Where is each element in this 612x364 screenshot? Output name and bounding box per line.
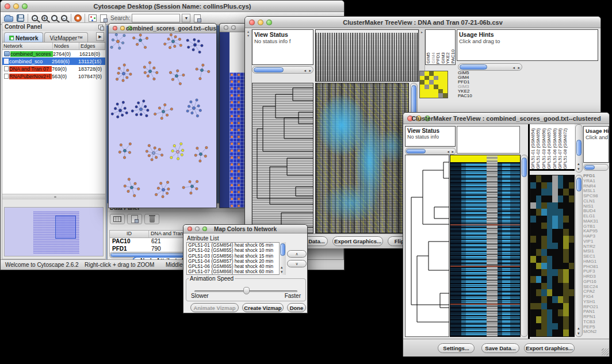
column-dendrogram-area[interactable] xyxy=(457,126,520,154)
scrollbar-thumb[interactable] xyxy=(576,178,582,191)
row-dendrogram[interactable] xyxy=(405,155,449,337)
zoom-out-icon[interactable]: - xyxy=(32,15,38,21)
overview-viewport-rect[interactable] xyxy=(55,216,76,239)
network-row[interactable]: DNA and Tran 07 769(0) 183728(0) xyxy=(2,65,105,72)
scroll-up-icon[interactable]: ▴ xyxy=(577,162,580,166)
attribute-list-item[interactable]: GPL51-07 (GSM868) heat shock 60 min xyxy=(187,269,279,274)
control-panel-tab[interactable]: VizMapper™ xyxy=(44,32,88,42)
network-canvas[interactable] xyxy=(109,33,216,208)
treeview-action-button[interactable]: Export Graphics... xyxy=(332,236,383,246)
network-view-titlebar[interactable]: combined_scores_good.txt--cluste... xyxy=(109,24,216,33)
zoom-fit-icon[interactable]: ⌐ xyxy=(61,15,67,21)
zoom-heatmap[interactable] xyxy=(530,175,575,337)
treeview1-titlebar[interactable]: ClusterMaker TreeView : DNA and Tran 07-… xyxy=(245,17,600,28)
row-dendrogram[interactable] xyxy=(252,83,313,233)
column-label[interactable]: GPL51-08 (GSM872) xyxy=(563,128,568,169)
gene-label[interactable]: PAC10 xyxy=(458,94,483,98)
select-attributes-button[interactable] xyxy=(110,214,125,224)
genelist-vscrollbar[interactable]: ▴ ▾ xyxy=(575,175,583,337)
close-icon[interactable] xyxy=(113,26,117,30)
zoom-in-icon[interactable]: + xyxy=(41,15,48,21)
hints-hscrollbar[interactable]: ◂ ▸ xyxy=(458,63,522,71)
scroll-left-icon[interactable]: ◂ xyxy=(304,68,306,72)
network-row[interactable]: RNAPuberNov2+l 563(0) 107847(0) xyxy=(2,72,105,80)
scroll-down-icon[interactable]: ▾ xyxy=(577,167,580,171)
labels-vscrollbar[interactable]: ▴ ▾ xyxy=(575,124,583,173)
treeview-action-button[interactable]: Save Data... xyxy=(481,343,519,353)
column-label[interactable]: GPL51-06 (GSM865) xyxy=(552,128,557,169)
vizmapper-icon[interactable] xyxy=(89,14,97,22)
treeview-action-button[interactable]: Settings... xyxy=(438,343,475,353)
search-options-icon[interactable] xyxy=(194,14,201,22)
selection-correlation-matrix[interactable] xyxy=(419,71,448,98)
move-down-button[interactable]: ∨ xyxy=(287,260,307,267)
background-window-titlebar[interactable] xyxy=(220,24,246,32)
scroll-left-icon[interactable]: ◂ xyxy=(447,150,449,154)
dialog-titlebar[interactable]: Map Colors to Network xyxy=(183,225,307,233)
control-panel-tab[interactable]: Network xyxy=(4,32,43,42)
scroll-right-icon[interactable]: ▸ xyxy=(518,66,520,70)
status-hscrollbar[interactable]: ◂ ▸ xyxy=(252,66,313,74)
help-icon[interactable] xyxy=(75,15,81,21)
tab-overflow-icon[interactable]: ▶ xyxy=(96,32,104,41)
column-label[interactable]: GPL51-04 (GSM857) xyxy=(546,128,552,169)
scroll-down-icon[interactable]: ▾ xyxy=(577,331,580,335)
status-hscrollbar[interactable]: ◂ ▸ xyxy=(405,148,456,155)
create-vizmap-button[interactable]: Create Vizmap xyxy=(242,303,284,312)
done-button[interactable]: Done xyxy=(287,303,306,312)
treeview-action-button[interactable]: Export Graphics... xyxy=(524,343,575,353)
column-edges[interactable]: Edges xyxy=(79,43,105,49)
scroll-up-icon[interactable]: ▴ xyxy=(577,326,580,330)
annotation-icon[interactable] xyxy=(100,14,107,22)
column-label[interactable]: GPL51-02 (GSM855) xyxy=(536,128,541,169)
column-label[interactable]: GPL51-01 (GSM854) xyxy=(530,128,536,169)
gene-label[interactable]: MON2 xyxy=(583,329,610,335)
scroll-right-icon[interactable]: ▸ xyxy=(452,150,454,154)
column-dendrogram[interactable] xyxy=(315,29,419,82)
heatmap-vscrollbar[interactable] xyxy=(521,155,528,337)
search-dropdown-icon[interactable]: ▼ xyxy=(182,14,190,22)
scrollbar-thumb[interactable] xyxy=(280,243,285,256)
float-panel-icon[interactable] xyxy=(98,25,103,29)
main-heatmap[interactable] xyxy=(450,155,521,337)
main-heatmap[interactable] xyxy=(315,83,409,233)
resize-grip[interactable] xyxy=(602,348,609,355)
scrollbar-thumb[interactable] xyxy=(522,158,527,177)
scroll-left-icon[interactable]: ◂ xyxy=(512,66,515,70)
panel-splitter[interactable] xyxy=(2,194,105,200)
network-row[interactable]: combined_sco 2569(6) 13112(15) xyxy=(2,58,105,65)
open-folder-icon[interactable] xyxy=(4,16,13,22)
zoom-selected-icon[interactable] xyxy=(51,15,58,21)
animate-vizmap-button[interactable]: Animate Vizmap xyxy=(190,303,239,312)
scrollbar-thumb[interactable] xyxy=(584,165,595,170)
minimize-icon[interactable] xyxy=(120,26,125,30)
column-network[interactable]: Network xyxy=(2,43,53,49)
column-id[interactable]: ID xyxy=(110,231,149,237)
network-row[interactable]: combined_scores 2764(0) 16218(0) xyxy=(2,50,105,58)
new-attribute-button[interactable] xyxy=(127,214,142,224)
network-overview[interactable] xyxy=(4,207,104,256)
save-icon[interactable] xyxy=(17,14,24,22)
speed-slider-thumb[interactable] xyxy=(243,287,250,294)
scrollbar-thumb[interactable] xyxy=(460,64,487,70)
move-up-button[interactable]: ∧ xyxy=(287,250,307,258)
column-nodes[interactable]: Nodes xyxy=(53,43,79,49)
scrollbar-thumb[interactable] xyxy=(406,149,426,154)
attribute-list-vscrollbar[interactable]: ▴ ▾ xyxy=(279,242,286,275)
scroll-right-icon[interactable]: ▸ xyxy=(309,68,311,72)
scrollbar-thumb[interactable] xyxy=(576,140,582,156)
background-window[interactable] xyxy=(219,23,246,208)
treeview2-titlebar[interactable]: ClusterMaker TreeView : combined_scores_… xyxy=(403,113,609,124)
column-label[interactable]: PAC10 xyxy=(451,49,456,64)
hints-hscrollbar[interactable] xyxy=(583,164,609,171)
adjacency-matrix-view[interactable] xyxy=(230,72,246,208)
scroll-down-icon[interactable]: ▾ xyxy=(281,270,283,274)
scrollbar-thumb[interactable] xyxy=(254,67,284,72)
minimize-icon[interactable] xyxy=(231,25,236,30)
cytoscape-titlebar[interactable]: Cytoscape Desktop (Session Name: collins… xyxy=(1,1,344,12)
delete-attribute-button[interactable] xyxy=(144,214,159,224)
scroll-up-icon[interactable]: ▴ xyxy=(281,265,283,269)
left-scroll-strip[interactable]: ▴▾ xyxy=(245,29,252,233)
column-label[interactable]: GPL51-03 (GSM856) xyxy=(541,128,546,169)
close-icon[interactable] xyxy=(224,25,228,30)
